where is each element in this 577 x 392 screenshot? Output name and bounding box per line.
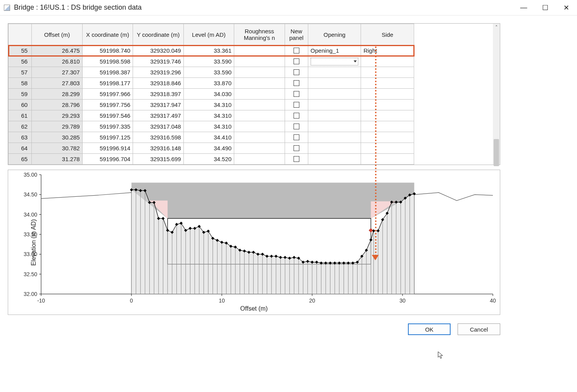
cell[interactable]: 61 bbox=[9, 110, 32, 121]
scroll-thumb[interactable] bbox=[494, 139, 499, 166]
ok-button[interactable]: OK bbox=[408, 323, 451, 335]
new-panel-checkbox[interactable] bbox=[294, 58, 299, 64]
cell[interactable] bbox=[234, 100, 285, 110]
cell[interactable] bbox=[308, 132, 361, 143]
cell[interactable]: 591998.598 bbox=[82, 56, 133, 67]
table-row[interactable]: 6129.293591997.546329317.49734.310 bbox=[9, 110, 414, 121]
cell[interactable] bbox=[308, 78, 361, 89]
cell[interactable]: 591997.756 bbox=[82, 100, 133, 110]
opening-dropdown[interactable] bbox=[311, 58, 359, 65]
table-row[interactable]: 6430.782591996.914329316.14834.490 bbox=[9, 143, 414, 154]
cell[interactable]: 57 bbox=[9, 67, 32, 78]
cell[interactable]: 30.285 bbox=[32, 132, 82, 143]
new-panel-checkbox[interactable] bbox=[294, 134, 299, 140]
cell[interactable]: 30.782 bbox=[32, 143, 82, 154]
cell[interactable] bbox=[361, 56, 414, 67]
cell[interactable]: Right bbox=[361, 45, 414, 56]
cell[interactable]: 34.310 bbox=[183, 110, 234, 121]
table-row[interactable]: 6229.789591997.335329317.04834.310 bbox=[9, 121, 414, 132]
cell[interactable]: 56 bbox=[9, 56, 32, 67]
new-panel-checkbox[interactable] bbox=[294, 113, 299, 119]
cell[interactable] bbox=[308, 143, 361, 154]
cell[interactable]: 59 bbox=[9, 89, 32, 100]
table-row[interactable]: 5928.299591997.966329318.39734.030 bbox=[9, 89, 414, 100]
cell[interactable] bbox=[361, 67, 414, 78]
cell[interactable] bbox=[361, 154, 414, 165]
maximize-button[interactable]: ☐ bbox=[534, 0, 556, 15]
cell[interactable]: 591997.966 bbox=[82, 89, 133, 100]
cell[interactable]: 591996.704 bbox=[82, 154, 133, 165]
cell[interactable] bbox=[285, 89, 308, 100]
cell[interactable] bbox=[285, 67, 308, 78]
cell[interactable]: 62 bbox=[9, 121, 32, 132]
cell[interactable]: 329315.699 bbox=[133, 154, 183, 165]
cell[interactable] bbox=[361, 110, 414, 121]
cell[interactable] bbox=[285, 56, 308, 67]
cell[interactable]: 33.361 bbox=[183, 45, 234, 56]
cell[interactable] bbox=[285, 143, 308, 154]
cell[interactable] bbox=[361, 89, 414, 100]
cell[interactable]: 329316.148 bbox=[133, 143, 183, 154]
cell[interactable]: Opening_1 bbox=[308, 45, 361, 56]
new-panel-checkbox[interactable] bbox=[294, 80, 299, 86]
scroll-up-icon[interactable]: ˄ bbox=[493, 24, 500, 31]
cell[interactable]: 63 bbox=[9, 132, 32, 143]
cell[interactable]: 31.278 bbox=[32, 154, 82, 165]
cell[interactable]: 34.520 bbox=[183, 154, 234, 165]
cell[interactable]: 591998.387 bbox=[82, 67, 133, 78]
cell[interactable]: 33.590 bbox=[183, 56, 234, 67]
new-panel-checkbox[interactable] bbox=[294, 48, 299, 53]
new-panel-checkbox[interactable] bbox=[294, 145, 299, 151]
cell[interactable]: 329318.846 bbox=[133, 78, 183, 89]
cell[interactable]: 329319.746 bbox=[133, 56, 183, 67]
cell[interactable]: 58 bbox=[9, 78, 32, 89]
cell[interactable] bbox=[308, 89, 361, 100]
cell[interactable]: 591997.335 bbox=[82, 121, 133, 132]
cell[interactable]: 591996.914 bbox=[82, 143, 133, 154]
new-panel-checkbox[interactable] bbox=[294, 91, 299, 97]
cell[interactable] bbox=[285, 45, 308, 56]
new-panel-checkbox[interactable] bbox=[294, 124, 299, 129]
cell[interactable] bbox=[285, 100, 308, 110]
cell[interactable]: 591998.740 bbox=[82, 45, 133, 56]
minimize-button[interactable]: — bbox=[513, 0, 534, 15]
cell[interactable] bbox=[234, 121, 285, 132]
cell[interactable] bbox=[308, 154, 361, 165]
cell[interactable]: 26.810 bbox=[32, 56, 82, 67]
cell[interactable]: 28.796 bbox=[32, 100, 82, 110]
cell[interactable]: 329318.397 bbox=[133, 89, 183, 100]
table-row[interactable]: 5827.803591998.177329318.84633.870 bbox=[9, 78, 414, 89]
cell[interactable]: 34.310 bbox=[183, 121, 234, 132]
cell[interactable]: 329316.598 bbox=[133, 132, 183, 143]
cell[interactable] bbox=[361, 121, 414, 132]
cell[interactable]: 34.490 bbox=[183, 143, 234, 154]
cell[interactable] bbox=[285, 154, 308, 165]
cell[interactable]: 329317.497 bbox=[133, 110, 183, 121]
cell[interactable] bbox=[234, 132, 285, 143]
cell[interactable]: 34.410 bbox=[183, 132, 234, 143]
cell[interactable]: 60 bbox=[9, 100, 32, 110]
cancel-button[interactable]: Cancel bbox=[458, 323, 500, 335]
cell[interactable]: 33.590 bbox=[183, 67, 234, 78]
cell[interactable]: 27.307 bbox=[32, 67, 82, 78]
cell[interactable] bbox=[308, 110, 361, 121]
cell[interactable] bbox=[285, 132, 308, 143]
cell[interactable] bbox=[234, 45, 285, 56]
cell[interactable]: 28.299 bbox=[32, 89, 82, 100]
new-panel-checkbox[interactable] bbox=[294, 102, 299, 108]
cell[interactable]: 65 bbox=[9, 154, 32, 165]
table-row[interactable]: 5626.810591998.598329319.74633.590 bbox=[9, 56, 414, 67]
cell[interactable] bbox=[234, 143, 285, 154]
cell[interactable]: 29.789 bbox=[32, 121, 82, 132]
table-row[interactable]: 5526.475591998.740329320.04933.361Openin… bbox=[9, 45, 414, 56]
cell[interactable]: 64 bbox=[9, 143, 32, 154]
cell[interactable] bbox=[234, 67, 285, 78]
cell[interactable]: 329320.049 bbox=[133, 45, 183, 56]
cell[interactable]: 329317.947 bbox=[133, 100, 183, 110]
table-row[interactable]: 6028.796591997.756329317.94734.310 bbox=[9, 100, 414, 110]
cell[interactable]: 27.803 bbox=[32, 78, 82, 89]
cell[interactable]: 26.475 bbox=[32, 45, 82, 56]
cell[interactable]: 29.293 bbox=[32, 110, 82, 121]
cell[interactable] bbox=[361, 143, 414, 154]
cell[interactable]: 329319.296 bbox=[133, 67, 183, 78]
